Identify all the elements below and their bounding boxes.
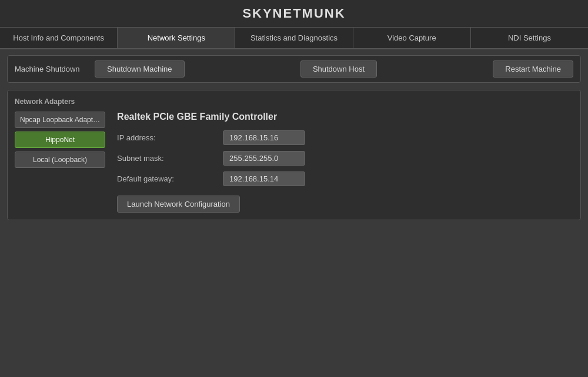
adapter-hipponet[interactable]: HippoNet [15, 132, 105, 148]
launch-network-config-button[interactable]: Launch Network Configuration [117, 196, 240, 213]
tab-host-info[interactable]: Host Info and Components [0, 28, 118, 48]
shutdown-host-button[interactable]: Shutdown Host [300, 60, 377, 78]
subnet-row: Subnet mask: 255.255.255.0 [117, 151, 573, 166]
gateway-label: Default gateway: [117, 174, 223, 183]
network-panel-inner: Npcap Loopback Adapt… HippoNet Local (Lo… [15, 112, 573, 213]
app-title: SKYNETMUNK [242, 6, 345, 21]
tab-network-settings[interactable]: Network Settings [118, 28, 235, 48]
shutdown-label: Machine Shutdown [15, 65, 85, 73]
gateway-row: Default gateway: 192.168.15.14 [117, 171, 573, 186]
network-panel-title: Network Adapters [15, 97, 573, 106]
adapter-list: Npcap Loopback Adapt… HippoNet Local (Lo… [15, 112, 105, 213]
gateway-value: 192.168.15.14 [223, 171, 305, 186]
adapter-local[interactable]: Local (Loopback) [15, 152, 105, 168]
shutdown-machine-button[interactable]: Shutdown Machine [95, 60, 185, 78]
adapter-name: Realtek PCIe GBE Family Controller [117, 112, 573, 122]
shutdown-bar: Machine Shutdown Shutdown Machine Shutdo… [7, 55, 581, 83]
tab-statistics[interactable]: Statistics and Diagnostics [235, 28, 353, 48]
tab-ndi-settings[interactable]: NDI Settings [471, 28, 588, 48]
tab-video-capture[interactable]: Video Capture [353, 28, 471, 48]
ip-value: 192.168.15.16 [223, 130, 305, 145]
adapter-npcap[interactable]: Npcap Loopback Adapt… [15, 112, 105, 128]
app-header: SKYNETMUNK [0, 0, 588, 28]
ip-row: IP address: 192.168.15.16 [117, 130, 573, 145]
restart-machine-button[interactable]: Restart Machine [493, 60, 573, 78]
subnet-value: 255.255.255.0 [223, 151, 305, 166]
adapter-details: Realtek PCIe GBE Family Controller IP ad… [117, 112, 573, 213]
tab-bar: Host Info and Components Network Setting… [0, 28, 588, 49]
ip-label: IP address: [117, 133, 223, 142]
main-content: Machine Shutdown Shutdown Machine Shutdo… [0, 49, 588, 226]
network-panel: Network Adapters Npcap Loopback Adapt… H… [7, 90, 581, 220]
subnet-label: Subnet mask: [117, 154, 223, 163]
